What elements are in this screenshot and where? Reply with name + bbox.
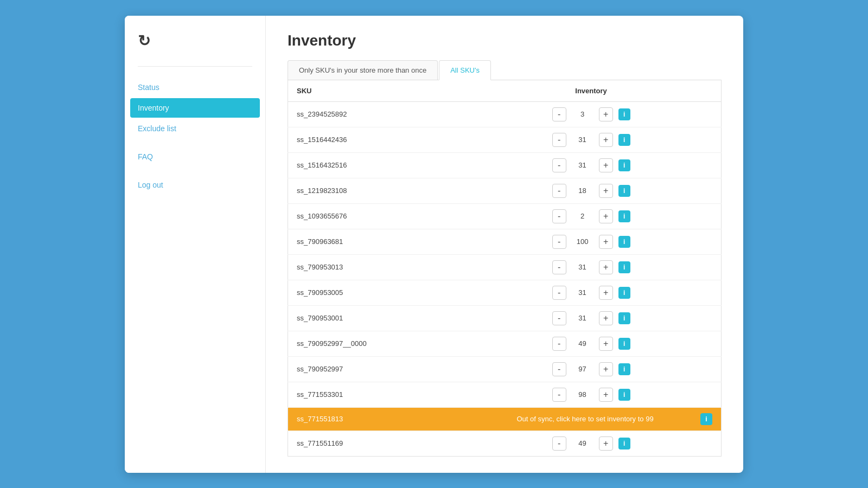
decrement-button[interactable]: -	[552, 436, 566, 451]
qty-cell: -31+i	[461, 127, 721, 152]
increment-button[interactable]: +	[599, 133, 613, 147]
sku-cell: ss_790963681	[288, 229, 462, 254]
sku-cell: ss_1516442436	[288, 127, 462, 152]
table-row: ss_771553301-98+i	[288, 382, 722, 407]
increment-button[interactable]: +	[599, 337, 613, 351]
info-button[interactable]: i	[618, 134, 630, 146]
sidebar-item-inventory[interactable]: Inventory	[125, 98, 265, 118]
sidebar-item-faq[interactable]: FAQ	[125, 147, 265, 166]
sidebar: ↻ Status Inventory Exclude list FAQ Log …	[125, 16, 266, 473]
table-row: ss_2394525892-3+i	[288, 101, 722, 127]
table-row: ss_790952997-97+i	[288, 356, 722, 382]
info-button[interactable]: i	[618, 261, 630, 273]
increment-button[interactable]: +	[599, 436, 613, 451]
qty-value: 98	[572, 390, 593, 399]
qty-cell: -31+i	[461, 152, 721, 178]
out-of-sync-cell[interactable]: Out of sync, click here to set inventory…	[461, 407, 721, 431]
sku-cell: ss_771551169	[288, 431, 462, 456]
decrement-button[interactable]: -	[552, 133, 566, 147]
info-button[interactable]: i	[618, 236, 630, 248]
table-header-row: SKU Inventory	[288, 80, 722, 102]
qty-value: 3	[572, 110, 593, 118]
sync-message: Out of sync, click here to set inventory…	[470, 415, 700, 423]
info-button[interactable]: i	[618, 159, 630, 171]
info-button[interactable]: i	[618, 312, 630, 324]
decrement-button[interactable]: -	[552, 260, 566, 274]
qty-value: 97	[572, 365, 593, 373]
sku-cell: ss_790952997	[288, 356, 462, 382]
decrement-button[interactable]: -	[552, 337, 566, 351]
table-row: ss_771551169-49+i	[288, 431, 722, 456]
tabs-container: Only SKU's in your store more than once …	[288, 60, 722, 80]
qty-cell: -49+i	[461, 431, 721, 456]
increment-button[interactable]: +	[599, 388, 613, 402]
table-row: ss_790953005-31+i	[288, 280, 722, 305]
qty-value: 31	[572, 288, 593, 297]
sidebar-link-inventory[interactable]: Inventory	[130, 98, 260, 118]
qty-cell: -31+i	[461, 305, 721, 331]
decrement-button[interactable]: -	[552, 158, 566, 172]
info-button[interactable]: i	[618, 363, 630, 375]
tab-all-skus[interactable]: All SKU's	[439, 60, 491, 80]
decrement-button[interactable]: -	[552, 107, 566, 121]
increment-button[interactable]: +	[599, 362, 613, 376]
increment-button[interactable]: +	[599, 286, 613, 300]
decrement-button[interactable]: -	[552, 209, 566, 223]
col-header-sku: SKU	[288, 80, 462, 102]
info-button[interactable]: i	[700, 413, 712, 425]
increment-button[interactable]: +	[599, 311, 613, 325]
qty-cell: -2+i	[461, 203, 721, 229]
qty-value: 18	[572, 187, 593, 195]
qty-value: 31	[572, 161, 593, 169]
decrement-button[interactable]: -	[552, 362, 566, 376]
sidebar-link-faq[interactable]: FAQ	[125, 147, 265, 166]
decrement-button[interactable]: -	[552, 235, 566, 249]
sidebar-divider	[138, 66, 252, 67]
increment-button[interactable]: +	[599, 107, 613, 121]
increment-button[interactable]: +	[599, 184, 613, 198]
app-logo-icon: ↻	[138, 32, 150, 50]
info-button[interactable]: i	[618, 287, 630, 299]
sidebar-nav: Status Inventory Exclude list FAQ Log ou…	[125, 78, 265, 195]
inventory-table: SKU Inventory ss_2394525892-3+iss_151644…	[288, 80, 722, 457]
info-button[interactable]: i	[618, 108, 630, 120]
increment-button[interactable]: +	[599, 235, 613, 249]
tab-duplicates[interactable]: Only SKU's in your store more than once	[288, 60, 438, 80]
qty-cell: -31+i	[461, 280, 721, 305]
qty-cell: -100+i	[461, 229, 721, 254]
qty-value: 49	[572, 439, 593, 447]
app-window: ↻ Status Inventory Exclude list FAQ Log …	[125, 16, 743, 473]
increment-button[interactable]: +	[599, 158, 613, 172]
increment-button[interactable]: +	[599, 209, 613, 223]
info-button[interactable]: i	[618, 210, 630, 222]
table-row: ss_1516432516-31+i	[288, 152, 722, 178]
sidebar-item-exclude-list[interactable]: Exclude list	[125, 119, 265, 138]
qty-cell: -18+i	[461, 178, 721, 203]
sidebar-item-logout[interactable]: Log out	[125, 175, 265, 195]
sidebar-logo: ↻	[125, 32, 265, 66]
decrement-button[interactable]: -	[552, 286, 566, 300]
sidebar-link-logout[interactable]: Log out	[125, 175, 265, 195]
info-button[interactable]: i	[618, 438, 630, 450]
sku-cell: ss_771551813	[288, 407, 462, 431]
qty-value: 31	[572, 314, 593, 322]
sku-cell: ss_2394525892	[288, 101, 462, 127]
sidebar-item-status[interactable]: Status	[125, 78, 265, 97]
info-button[interactable]: i	[618, 338, 630, 350]
info-button[interactable]: i	[618, 185, 630, 197]
info-button[interactable]: i	[618, 389, 630, 401]
increment-button[interactable]: +	[599, 260, 613, 274]
sku-cell: ss_790953013	[288, 254, 462, 280]
sku-cell: ss_1093655676	[288, 203, 462, 229]
qty-cell: -31+i	[461, 254, 721, 280]
qty-cell: -3+i	[461, 101, 721, 127]
sidebar-link-status[interactable]: Status	[125, 78, 265, 97]
table-row: ss_790953001-31+i	[288, 305, 722, 331]
decrement-button[interactable]: -	[552, 388, 566, 402]
decrement-button[interactable]: -	[552, 311, 566, 325]
sku-cell: ss_1219823108	[288, 178, 462, 203]
page-title: Inventory	[288, 32, 722, 49]
decrement-button[interactable]: -	[552, 184, 566, 198]
table-row[interactable]: ss_771551813Out of sync, click here to s…	[288, 407, 722, 431]
sidebar-link-exclude-list[interactable]: Exclude list	[125, 119, 265, 138]
